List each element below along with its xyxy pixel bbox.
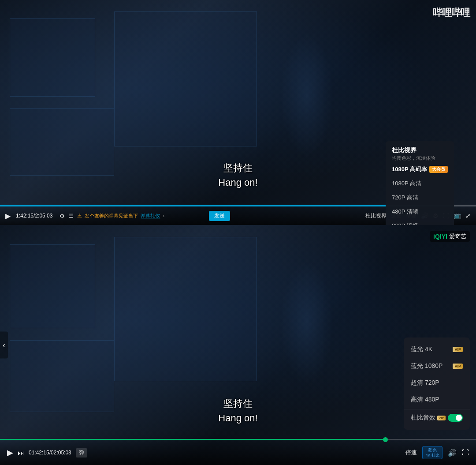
subtitle-en-top: Hang on! — [218, 175, 257, 190]
fullscreen-icon-bottom[interactable]: ⛶ — [462, 449, 469, 457]
scifi-panel-b3 — [114, 237, 257, 381]
quality-items-list: 1080P 高码率大会员1080P 高清720P 高清480P 清晰360P 流… — [386, 162, 454, 225]
controls-bar-bottom: ▶ ⏭ 01:42:15/02:05:03 弹 倍速 蓝光 4K 杜比 🔊 ⛶ — [0, 440, 476, 465]
scifi-panel-b2 — [10, 340, 115, 412]
danmaku-warning-text: 发个友善的弹幕见证当下 — [85, 213, 138, 219]
subtitle-toggle-icon[interactable]: ⚙ — [60, 213, 65, 219]
quality-menu-header: 杜比视界 均衡色彩，沉浸体验 — [386, 145, 454, 162]
subtitle-cn-bottom: 坚持住 — [218, 396, 257, 411]
dolby-vip-badge: VIP — [437, 416, 446, 420]
scifi-panel-1 — [10, 18, 95, 97]
danmaku-input-area: ⚠ 发个友善的弹幕见证当下 弹幕礼仪 › — [77, 213, 205, 219]
quality-item-top-4[interactable]: 360P 流畅 — [386, 219, 454, 225]
figure-silhouette — [280, 34, 333, 158]
subtitle-area-top: 坚持住 Hang on! — [218, 161, 257, 190]
dolby-audio-row[interactable]: 杜比音效 VIP — [404, 409, 470, 426]
quality-item-top-3[interactable]: 480P 清晰 — [386, 205, 454, 219]
bottom-video-player: iQIYI 爱奇艺 ‹ 坚持住 Hang on! 蓝光 4KVIP蓝光 1080… — [0, 225, 476, 465]
quality-item-top-2[interactable]: 720P 高清 — [386, 191, 454, 205]
danmaku-arrow: › — [163, 213, 164, 218]
scifi-panel-b1 — [10, 244, 95, 328]
episode-icon[interactable]: ☰ — [68, 213, 74, 219]
bilibili-logo: 哔哩哔哩 — [433, 6, 470, 19]
danmaku-rules-link[interactable]: 弹幕礼仪 — [141, 213, 160, 219]
quality-menu-bottom[interactable]: 蓝光 4KVIP蓝光 1080PVIP超清 720P高清 480P 杜比音效 V… — [404, 338, 470, 430]
quality-menu-subtitle: 均衡色彩，沉浸体验 — [392, 155, 448, 161]
tv-icon-top[interactable]: 📺 — [454, 212, 461, 219]
warning-icon: ⚠ — [77, 213, 82, 219]
iqiyi-quality-list: 蓝光 4KVIP蓝光 1080PVIP超清 720P高清 480P — [404, 341, 470, 408]
quality-menu-top[interactable]: 杜比视界 均衡色彩，沉浸体验 1080P 高码率大会员1080P 高清720P … — [386, 141, 454, 225]
dolby-label-wrap: 杜比音效 VIP — [411, 414, 446, 422]
subtitle-cn-top: 坚持住 — [218, 161, 257, 175]
volume-icon-bottom[interactable]: 🔊 — [448, 449, 457, 457]
bottom-video-frame: iQIYI 爱奇艺 ‹ 坚持住 Hang on! 蓝光 4KVIP蓝光 1080… — [0, 225, 476, 465]
dolby-toggle[interactable] — [448, 414, 463, 422]
iqiyi-logo: iQIYI 爱奇艺 — [430, 231, 470, 242]
danmaku-send-button[interactable]: 发送 — [209, 211, 230, 221]
quality-item-top-1[interactable]: 1080P 高清 — [386, 176, 454, 191]
quality-item-bottom-2[interactable]: 超清 720P — [404, 375, 470, 391]
scifi-panel-2 — [10, 108, 115, 176]
quality-item-bottom-3[interactable]: 高清 480P — [404, 391, 470, 408]
speed-control[interactable]: 倍速 — [405, 449, 417, 457]
quality-item-bottom-0[interactable]: 蓝光 4KVIP — [404, 341, 470, 358]
next-episode-button[interactable]: ⏭ — [18, 449, 24, 457]
play-pause-button-bottom[interactable]: ▶ — [7, 448, 13, 458]
iqiyi-logo-icon: iQIYI — [433, 233, 447, 240]
subtitle-area-bottom: 坚持住 Hang on! — [218, 396, 257, 425]
top-video-frame: 哔哩哔哩 坚持住 Hang on! 杜比视界 均衡色彩，沉浸体验 1080P 高… — [0, 0, 476, 225]
time-display-top: 1:42:15/2:05:03 — [16, 213, 52, 219]
iqiyi-logo-cn: 爱奇艺 — [449, 232, 466, 240]
dolby-vision-label[interactable]: 杜比视界 — [365, 212, 387, 220]
scifi-panel-3 — [114, 11, 257, 146]
time-display-bottom: 01:42:15/02:05:03 — [29, 450, 71, 456]
subtitle-en-bottom: Hang on! — [218, 411, 257, 425]
iqiyi-right-controls: 倍速 蓝光 4K 杜比 🔊 ⛶ — [405, 446, 469, 460]
figure-silhouette-bottom — [280, 261, 333, 385]
dolby-audio-label: 杜比音效 — [411, 414, 435, 422]
quality-item-top-0[interactable]: 1080P 高码率大会员 — [386, 162, 454, 176]
quality-badge-bottom[interactable]: 蓝光 4K 杜比 — [422, 446, 443, 460]
play-pause-button-top[interactable]: ▶ — [5, 212, 11, 220]
quality-item-bottom-1[interactable]: 蓝光 1080PVIP — [404, 358, 470, 375]
left-arrow-button[interactable]: ‹ — [0, 332, 8, 359]
top-video-player: 哔哩哔哩 坚持住 Hang on! 杜比视界 均衡色彩，沉浸体验 1080P 高… — [0, 0, 476, 225]
danmaku-toggle-button[interactable]: 弹 — [76, 448, 87, 458]
wide-icon-top[interactable]: ⤢ — [465, 212, 471, 219]
quality-menu-title: 杜比视界 — [392, 146, 448, 154]
